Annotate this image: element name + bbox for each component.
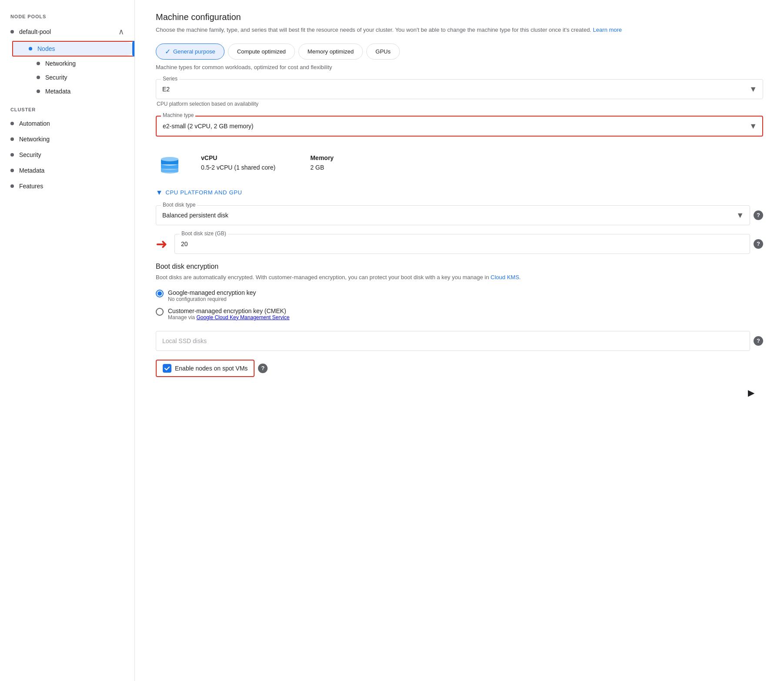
sidebar-item-networking-label: Networking [45, 60, 76, 67]
boot-disk-type-with-help: Balanced persistent disk ▼ ? [156, 205, 763, 225]
sidebar-item-security-label: Security [45, 74, 67, 81]
boot-disk-size-help-icon[interactable]: ? [754, 239, 763, 249]
sidebar: NODE POOLS default-pool ∧ Nodes [0, 0, 135, 681]
series-select[interactable]: E2 [156, 79, 763, 99]
machine-type-select[interactable]: e2-small (2 vCPU, 2 GB memory) [156, 116, 763, 137]
sidebar-item-features[interactable]: Features [0, 178, 134, 194]
google-managed-sublabel: No configuration required [168, 296, 256, 302]
default-pool-group: default-pool ∧ Nodes Networking [0, 23, 134, 98]
red-arrow-icon: ➜ [156, 236, 168, 252]
cursor-indicator: ▶ [156, 387, 763, 398]
boot-disk-type-label: Boot disk type [161, 202, 197, 208]
local-ssd-field[interactable]: Local SSD disks [156, 331, 750, 351]
boot-disk-size-wrapper: Boot disk size (GB) 20 ? [174, 234, 763, 254]
memory-col: Memory 2 GB [310, 154, 334, 171]
machine-type-label: Machine type [161, 112, 195, 118]
machine-type-select-wrapper: e2-small (2 vCPU, 2 GB memory) ▼ [156, 116, 763, 137]
tab-gpus[interactable]: GPUs [366, 43, 400, 60]
spot-vms-help-icon[interactable]: ? [258, 364, 268, 373]
vcpu-header: vCPU [201, 154, 275, 161]
boot-disk-size-input[interactable]: 20 [174, 234, 750, 254]
sidebar-dot-metadata [37, 90, 40, 93]
customer-managed-radio[interactable] [156, 308, 164, 316]
chevron-down-icon: ▼ [156, 189, 163, 197]
sidebar-item-metadata-cluster[interactable]: Metadata [0, 163, 134, 178]
encryption-title: Boot disk encryption [156, 263, 763, 270]
boot-disk-size-label: Boot disk size (GB) [180, 230, 228, 237]
machine-family-tabs: ✓ General purpose Compute optimized Memo… [156, 43, 763, 60]
tab-memory-optimized[interactable]: Memory optimized [298, 43, 363, 60]
sidebar-item-security-nodes[interactable]: Security [21, 70, 134, 84]
machine-specs: vCPU 0.5-2 vCPU (1 shared core) Memory 2… [156, 145, 763, 180]
sidebar-dot-security [37, 76, 40, 79]
page-title: Machine configuration [156, 12, 763, 22]
tab-description: Machine types for common workloads, opti… [156, 64, 763, 70]
vcpu-value: 0.5-2 vCPU (1 shared core) [201, 164, 275, 171]
node-pools-section-label: NODE POOLS [0, 10, 134, 23]
sidebar-item-automation-label: Automation [19, 120, 50, 127]
cpu-platform-label: CPU PLATFORM AND GPU [166, 189, 242, 196]
nodes-active-highlight: Nodes [12, 41, 134, 57]
sidebar-item-networking-cluster[interactable]: Networking [0, 131, 134, 147]
sidebar-item-networking-nodes[interactable]: Networking [21, 57, 134, 70]
sidebar-dot [10, 30, 14, 33]
sidebar-item-default-pool[interactable]: default-pool ∧ [0, 23, 134, 41]
customer-managed-option: Customer-managed encryption key (CMEK) M… [156, 307, 763, 320]
sidebar-dot-metadata-cluster [10, 169, 14, 172]
series-select-wrapper: E2 ▼ [156, 79, 763, 99]
memory-header: Memory [310, 154, 334, 161]
sidebar-item-nodes[interactable]: Nodes [13, 42, 134, 56]
boot-disk-encryption-section: Boot disk encryption Boot disks are auto… [156, 263, 763, 320]
sidebar-item-metadata-cluster-label: Metadata [19, 167, 44, 174]
sidebar-children: Nodes Networking Security Metadata [0, 41, 134, 98]
gckms-link[interactable]: Google Cloud Key Management Service [196, 314, 289, 320]
specs-table: vCPU 0.5-2 vCPU (1 shared core) Memory 2… [201, 154, 334, 171]
google-managed-radio[interactable] [156, 290, 164, 297]
sidebar-dot-nodes [29, 47, 32, 50]
spot-vms-checkbox[interactable] [163, 364, 171, 373]
sidebar-item-nodes-label: Nodes [37, 45, 55, 52]
series-label: Series [161, 76, 179, 82]
sidebar-item-features-label: Features [19, 183, 43, 190]
customer-managed-label: Customer-managed encryption key (CMEK) [168, 307, 290, 314]
cloud-kms-link[interactable]: Cloud KMS [491, 274, 519, 280]
active-indicator [133, 41, 134, 57]
boot-disk-type-select-wrapper: Balanced persistent disk ▼ [156, 205, 750, 225]
main-content: Machine configuration Choose the machine… [135, 0, 784, 681]
memory-value: 2 GB [310, 164, 334, 171]
sidebar-item-security-cluster[interactable]: Security [0, 147, 134, 163]
sidebar-item-metadata-nodes[interactable]: Metadata [21, 84, 134, 98]
tab-general-purpose[interactable]: ✓ General purpose [156, 43, 224, 60]
chevron-up-icon: ∧ [118, 27, 124, 37]
learn-more-link[interactable]: Learn more [593, 27, 622, 33]
check-icon: ✓ [165, 47, 171, 56]
sidebar-dot-networking [37, 62, 40, 65]
encryption-desc: Boot disks are automatically encrypted. … [156, 273, 763, 282]
sidebar-item-networking-cluster-label: Networking [19, 136, 50, 143]
boot-disk-type-field-group: Boot disk type Balanced persistent disk … [156, 205, 763, 225]
google-managed-option: Google-managed encryption key No configu… [156, 289, 763, 302]
cluster-section-label: CLUSTER [0, 103, 134, 116]
section-description: Choose the machine family, type, and ser… [156, 26, 763, 35]
sidebar-item-automation[interactable]: Automation [0, 116, 134, 131]
local-ssd-field-group: Local SSD disks ? [156, 331, 763, 351]
sidebar-parent-label: default-pool [19, 28, 51, 35]
boot-disk-type-help-icon[interactable]: ? [754, 210, 763, 220]
spot-vms-box: Enable nodes on spot VMs [156, 360, 255, 377]
boot-disk-size-field-group: ➜ Boot disk size (GB) 20 ? [156, 234, 763, 254]
svg-point-6 [161, 157, 178, 161]
tab-compute-optimized[interactable]: Compute optimized [228, 43, 295, 60]
series-hint: CPU platform selection based on availabi… [156, 101, 763, 107]
sidebar-dot-automation [10, 122, 14, 125]
google-managed-label: Google-managed encryption key [168, 289, 256, 296]
sidebar-item-metadata-label: Metadata [45, 88, 70, 95]
series-field-group: Series E2 ▼ CPU platform selection based… [156, 79, 763, 107]
boot-disk-type-select[interactable]: Balanced persistent disk [156, 205, 750, 225]
vcpu-col: vCPU 0.5-2 vCPU (1 shared core) [201, 154, 275, 171]
machine-type-field-group: Machine type e2-small (2 vCPU, 2 GB memo… [156, 116, 763, 137]
machine-layers-icon [156, 149, 184, 177]
cpu-platform-collapsible[interactable]: ▼ CPU PLATFORM AND GPU [156, 189, 763, 197]
customer-managed-text: Customer-managed encryption key (CMEK) M… [168, 307, 290, 320]
sidebar-item-security-cluster-label: Security [19, 151, 41, 158]
local-ssd-help-icon[interactable]: ? [754, 336, 763, 346]
